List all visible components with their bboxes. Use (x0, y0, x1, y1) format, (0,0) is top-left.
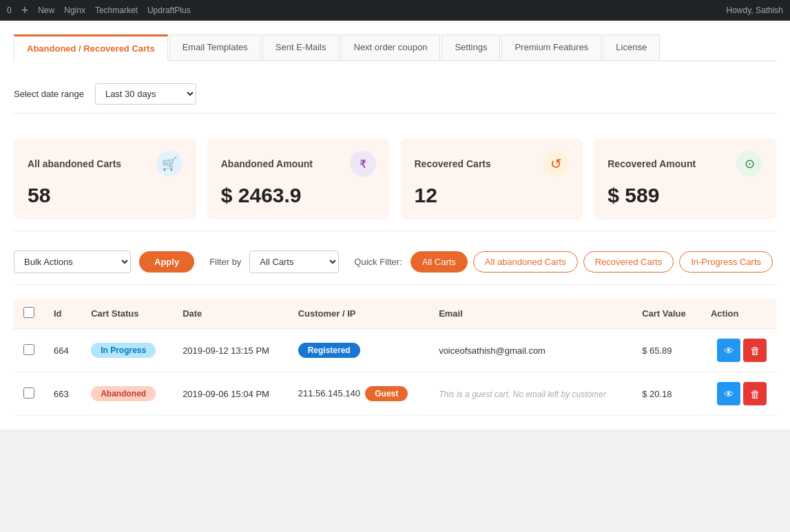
abandoned-icon: 🛒 (156, 151, 183, 177)
status-badge-664: In Progress (91, 343, 156, 358)
row-cart-value-664: $ 65.89 (632, 329, 701, 372)
view-button-664[interactable]: 👁 (717, 339, 740, 362)
stat-label-abandoned: All abandoned Carts (28, 158, 121, 169)
row-date-664: 2019-09-12 13:15 PM (173, 329, 289, 372)
admin-bar-nginx[interactable]: Nginx (64, 6, 85, 15)
row-checkbox-664 (14, 329, 44, 372)
recovered-icon: ↺ (543, 151, 569, 177)
row-customer-664: Registered (289, 329, 429, 372)
stat-value-rec-amount: $ 589 (607, 184, 762, 207)
guest-badge-663: Guest (365, 386, 408, 401)
amount-icon: ₹ (350, 151, 376, 177)
stat-card-header-rec-amount: Recovered Amount ⊙ (607, 151, 762, 177)
nav-tabs: Abandoned / Recovered Carts Email Templa… (14, 34, 776, 61)
apply-button[interactable]: Apply (139, 251, 194, 273)
admin-bar-new[interactable]: New (38, 6, 54, 15)
table-header-row: Id Cart Status Date Customer / IP Email … (14, 299, 776, 329)
table-header-email: Email (429, 299, 632, 329)
admin-bar-zero: 0 (7, 6, 12, 15)
stat-card-header-recovered: Recovered Carts ↺ (415, 151, 570, 177)
table-header-action: Action (701, 299, 776, 329)
date-range-label: Select date range (14, 89, 84, 99)
tab-next-order-coupon[interactable]: Next order coupon (341, 34, 441, 61)
stat-card-header-amount: Abandoned Amount ₹ (221, 151, 376, 177)
row-status-664: In Progress (81, 329, 173, 372)
row-email-663: This is a guest cart. No email left by c… (429, 372, 632, 416)
row-actions-663: 👁 🗑 (701, 372, 776, 416)
stats-grid: All abandoned Carts 🛒 58 Abandoned Amoun… (14, 127, 776, 231)
table-row: 664 In Progress 2019-09-12 13:15 PM Regi… (14, 329, 776, 372)
stat-label-recovered: Recovered Carts (415, 158, 491, 169)
stat-card-recovered-carts: Recovered Carts ↺ 12 (401, 138, 583, 220)
view-button-663[interactable]: 👁 (717, 382, 740, 405)
quick-filter-label: Quick Filter: (354, 257, 402, 267)
stat-card-abandoned-amount: Abandoned Amount ₹ $ 2463.9 (207, 138, 390, 220)
row-customer-663: 211.56.145.140 Guest (289, 372, 429, 416)
row-actions-664: 👁 🗑 (701, 329, 776, 372)
row-email-664: voiceofsathish@gmail.com (429, 329, 632, 372)
table-row: 663 Abandoned 2019-09-06 15:04 PM 211.56… (14, 372, 776, 416)
carts-table: Id Cart Status Date Customer / IP Email … (14, 299, 776, 416)
date-range-section: Select date range Last 30 days Last 7 da… (14, 75, 776, 114)
filter-by-label: Filter by (209, 257, 241, 267)
admin-bar-left: 0 + New Nginx Techmarket UpdraftPlus (7, 3, 716, 18)
select-all-checkbox[interactable] (23, 307, 34, 318)
action-buttons-664: 👁 🗑 (711, 339, 767, 362)
tab-email-templates[interactable]: Email Templates (169, 34, 261, 61)
rec-amount-icon: ⊙ (736, 151, 762, 177)
table-header-cart-value: Cart Value (632, 299, 701, 329)
row-checkbox-663 (14, 372, 44, 416)
tab-sent-emails[interactable]: Sent E-Mails (262, 34, 340, 61)
tab-premium-features[interactable]: Premium Features (501, 34, 601, 61)
row-status-663: Abandoned (81, 372, 173, 416)
table-header-checkbox (14, 299, 44, 329)
main-content: Abandoned / Recovered Carts Email Templa… (0, 21, 790, 429)
row-date-663: 2019-09-06 15:04 PM (173, 372, 289, 416)
stat-card-all-abandoned: All abandoned Carts 🛒 58 (14, 138, 196, 220)
filter-by-select[interactable]: All Carts Abandoned Recovered In-Progres… (249, 251, 339, 273)
admin-bar-updraftplus[interactable]: UpdraftPlus (147, 6, 191, 15)
row-select-664[interactable] (23, 344, 34, 355)
email-muted-663: This is a guest cart. No email left by c… (439, 390, 606, 399)
bulk-actions-select[interactable]: Bulk Actions Delete (14, 251, 131, 273)
row-select-663[interactable] (23, 387, 34, 398)
stat-label-amount: Abandoned Amount (221, 158, 313, 169)
stat-value-amount: $ 2463.9 (221, 184, 376, 207)
qf-all-carts[interactable]: All Carts (410, 251, 468, 273)
plus-icon[interactable]: + (21, 3, 29, 18)
delete-button-663[interactable]: 🗑 (743, 382, 767, 405)
admin-bar-techmarket[interactable]: Techmarket (95, 6, 138, 15)
stat-value-abandoned: 58 (28, 184, 183, 207)
row-cart-value-663: $ 20.18 (632, 372, 701, 416)
qf-in-progress[interactable]: In-Progress Carts (679, 251, 773, 273)
filter-bar: Bulk Actions Delete Apply Filter by All … (14, 251, 776, 285)
action-buttons-663: 👁 🗑 (711, 382, 767, 405)
admin-bar: 0 + New Nginx Techmarket UpdraftPlus How… (0, 0, 790, 21)
qf-all-abandoned[interactable]: All abandoned Carts (473, 251, 578, 273)
customer-ip-663: 211.56.145.140 (298, 388, 360, 398)
table-header-id: Id (44, 299, 81, 329)
table-header-date: Date (173, 299, 289, 329)
customer-badge-664: Registered (298, 343, 360, 358)
tab-license[interactable]: License (603, 34, 660, 61)
tab-abandoned-recovered[interactable]: Abandoned / Recovered Carts (14, 34, 168, 61)
stat-card-header-abandoned: All abandoned Carts 🛒 (28, 151, 183, 177)
stat-label-rec-amount: Recovered Amount (607, 158, 696, 169)
tab-settings[interactable]: Settings (441, 34, 500, 61)
stat-value-recovered: 12 (415, 184, 570, 207)
table-header-customer-ip: Customer / IP (289, 299, 429, 329)
row-id-663: 663 (44, 372, 81, 416)
qf-recovered-carts[interactable]: Recovered Carts (583, 251, 674, 273)
admin-bar-user[interactable]: Howdy, Sathish (727, 6, 783, 15)
status-badge-663: Abandoned (91, 386, 156, 401)
row-id-664: 664 (44, 329, 81, 372)
table-header-cart-status: Cart Status (81, 299, 173, 329)
quick-filters: All Carts All abandoned Carts Recovered … (410, 251, 773, 273)
stat-card-recovered-amount: Recovered Amount ⊙ $ 589 (594, 138, 776, 220)
delete-button-664[interactable]: 🗑 (743, 339, 767, 362)
date-range-select[interactable]: Last 30 days Last 7 days Last 90 days Cu… (95, 83, 196, 105)
